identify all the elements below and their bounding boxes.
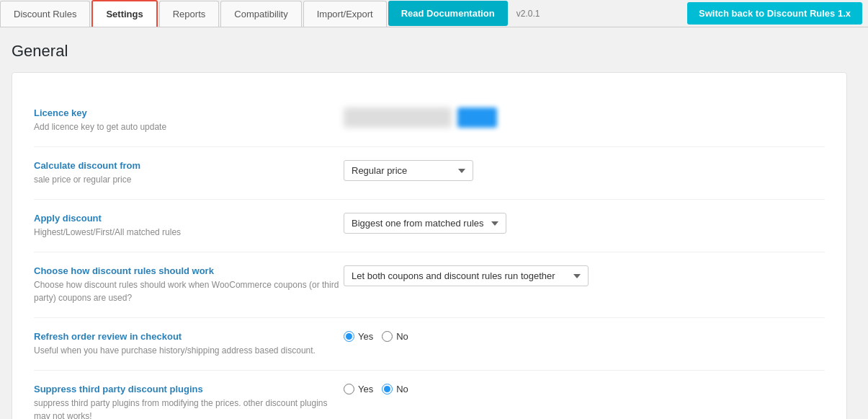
setting-row-discount-work: Choose how discount rules should work Ch… — [34, 252, 825, 318]
setting-label-apply: Apply discount — [34, 213, 344, 224]
setting-row-suppress: Suppress third party discount plugins su… — [34, 371, 825, 419]
top-navigation: Discount Rules Settings Reports Compatib… — [0, 0, 868, 27]
setting-label-refresh: Refresh order review in checkout — [34, 331, 344, 342]
version-label: v2.0.1 — [509, 9, 547, 19]
refresh-order-yes-text: Yes — [358, 331, 373, 342]
setting-control-refresh: Yes No — [344, 331, 825, 342]
licence-key-input-blurred — [344, 107, 452, 128]
tab-settings[interactable]: Settings — [91, 0, 157, 27]
discount-work-select[interactable]: Let both coupons and discount rules run … — [344, 265, 589, 286]
setting-label-col-refresh: Refresh order review in checkout Useful … — [34, 331, 344, 357]
setting-control-calculate: Regular price Sale price — [344, 160, 825, 181]
setting-label-col-licence: Licence key Add licence key to get auto … — [34, 107, 344, 133]
setting-label-calculate: Calculate discount from — [34, 160, 344, 171]
tab-reports[interactable]: Reports — [159, 1, 220, 27]
refresh-order-radio-group: Yes No — [344, 331, 408, 342]
setting-label-work: Choose how discount rules should work — [34, 265, 344, 276]
tab-read-docs[interactable]: Read Documentation — [388, 1, 508, 26]
setting-label-col-work: Choose how discount rules should work Ch… — [34, 265, 344, 304]
setting-control-work: Let both coupons and discount rules run … — [344, 265, 825, 286]
setting-label-col-apply: Apply discount Highest/Lowest/First/All … — [34, 213, 344, 239]
refresh-order-no-radio[interactable] — [382, 331, 393, 342]
setting-control-apply: Biggest one from matched rules Lowest on… — [344, 213, 825, 234]
refresh-order-yes-label[interactable]: Yes — [344, 331, 373, 342]
setting-row-calculate-discount: Calculate discount from sale price or re… — [34, 147, 825, 200]
main-content: General Licence key Add licence key to g… — [0, 27, 868, 419]
setting-desc-refresh: Useful when you have purchase history/sh… — [34, 344, 344, 357]
setting-label-col-suppress: Suppress third party discount plugins su… — [34, 384, 344, 419]
tab-import-export[interactable]: Import/Export — [303, 1, 387, 27]
settings-card: Licence key Add licence key to get auto … — [12, 72, 847, 419]
tab-discount-rules[interactable]: Discount Rules — [0, 1, 90, 27]
setting-row-refresh-order: Refresh order review in checkout Useful … — [34, 318, 825, 371]
setting-row-licence: Licence key Add licence key to get auto … — [34, 94, 825, 147]
setting-desc-work: Choose how discount rules should work wh… — [34, 278, 344, 304]
suppress-no-radio[interactable] — [382, 384, 393, 394]
setting-label-suppress: Suppress third party discount plugins — [34, 384, 344, 394]
setting-control-suppress: Yes No — [344, 384, 825, 394]
suppress-no-text: No — [396, 384, 408, 394]
apply-discount-select[interactable]: Biggest one from matched rules Lowest on… — [344, 213, 506, 234]
setting-row-apply-discount: Apply discount Highest/Lowest/First/All … — [34, 200, 825, 252]
refresh-order-yes-radio[interactable] — [344, 331, 354, 342]
setting-desc-licence: Add licence key to get auto update — [34, 120, 344, 133]
setting-desc-calculate: sale price or regular price — [34, 173, 344, 186]
tab-compatibility[interactable]: Compatibility — [220, 1, 301, 27]
setting-desc-apply: Highest/Lowest/First/All matched rules — [34, 226, 344, 239]
refresh-order-no-text: No — [396, 331, 408, 342]
calculate-discount-select[interactable]: Regular price Sale price — [344, 160, 473, 181]
setting-control-licence — [344, 107, 825, 128]
switch-back-button[interactable]: Switch back to Discount Rules 1.x — [687, 2, 862, 25]
setting-desc-suppress: suppress third party plugins from modify… — [34, 397, 344, 419]
setting-label-col-calculate: Calculate discount from sale price or re… — [34, 160, 344, 186]
page-title: General — [12, 42, 856, 61]
suppress-yes-label[interactable]: Yes — [344, 384, 373, 394]
suppress-no-label[interactable]: No — [382, 384, 408, 394]
setting-label-licence: Licence key — [34, 107, 344, 118]
suppress-radio-group: Yes No — [344, 384, 408, 394]
suppress-yes-text: Yes — [358, 384, 373, 394]
licence-key-placeholder — [344, 107, 497, 128]
licence-key-button-blurred — [457, 107, 497, 128]
suppress-yes-radio[interactable] — [344, 384, 354, 394]
refresh-order-no-label[interactable]: No — [382, 331, 408, 342]
